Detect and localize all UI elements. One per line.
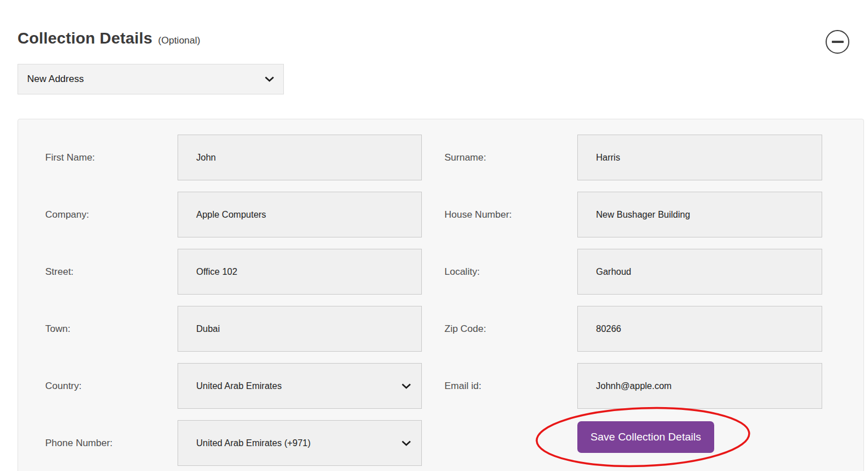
country-selected-value: United Arab Emirates <box>196 381 282 391</box>
email-id-label: Email id: <box>444 363 577 409</box>
address-type-select[interactable]: New Address <box>18 64 284 94</box>
town-value: Dubai <box>196 324 220 334</box>
email-id-value: Johnh@apple.com <box>596 381 672 391</box>
street-input[interactable]: Office 102 <box>178 249 422 295</box>
chevron-down-icon <box>265 76 274 82</box>
town-label: Town: <box>18 306 178 352</box>
company-input[interactable]: Apple Computers <box>178 192 422 237</box>
address-type-selected-value: New Address <box>27 74 84 85</box>
first-name-input[interactable]: John <box>178 135 422 180</box>
company-label: Company: <box>18 192 178 237</box>
collapse-section-button[interactable] <box>826 30 849 54</box>
locality-label: Locality: <box>444 249 577 295</box>
optional-label: (Optional) <box>158 35 201 46</box>
chevron-down-icon <box>401 383 411 389</box>
house-number-input[interactable]: New Bushager Building <box>577 192 822 237</box>
street-value: Office 102 <box>196 267 237 277</box>
phone-number-label: Phone Number: <box>18 420 178 466</box>
street-label: Street: <box>18 249 178 295</box>
save-collection-details-button[interactable]: Save Collection Details <box>577 421 714 453</box>
zip-code-label: Zip Code: <box>444 306 577 352</box>
section-header: Collection Details (Optional) <box>18 29 200 47</box>
house-number-value: New Bushager Building <box>596 210 690 220</box>
collection-details-form-panel: First Name: John Surname: Harris Company… <box>18 119 864 471</box>
phone-country-code-selected-value: United Arab Emirates (+971) <box>196 438 310 448</box>
first-name-label: First Name: <box>18 135 178 180</box>
minus-circle-icon <box>832 41 844 43</box>
country-select[interactable]: United Arab Emirates <box>178 363 422 409</box>
save-button-label: Save Collection Details <box>590 431 701 443</box>
surname-label: Surname: <box>444 135 577 180</box>
locality-value: Garhoud <box>596 267 631 277</box>
surname-value: Harris <box>596 153 620 163</box>
first-name-value: John <box>196 153 216 163</box>
email-id-input[interactable]: Johnh@apple.com <box>577 363 822 409</box>
locality-input[interactable]: Garhoud <box>577 249 822 295</box>
zip-code-value: 80266 <box>596 324 621 334</box>
company-value: Apple Computers <box>196 210 266 220</box>
house-number-label: House Number: <box>444 192 577 237</box>
surname-input[interactable]: Harris <box>577 135 822 180</box>
phone-country-code-select[interactable]: United Arab Emirates (+971) <box>178 420 422 466</box>
zip-code-input[interactable]: 80266 <box>577 306 822 352</box>
page-title: Collection Details <box>18 29 153 47</box>
chevron-down-icon <box>401 440 411 446</box>
country-label: Country: <box>18 363 178 409</box>
town-input[interactable]: Dubai <box>178 306 422 352</box>
